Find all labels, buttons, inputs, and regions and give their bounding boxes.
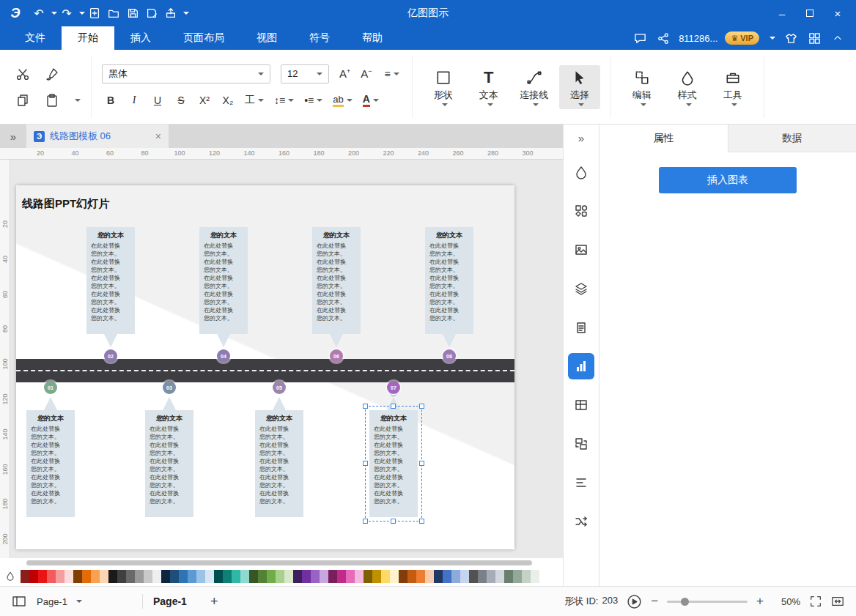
tab-properties[interactable]: 属性: [599, 125, 728, 152]
timeline-marker-08[interactable]: 08: [443, 349, 456, 363]
color-swatch[interactable]: [196, 570, 205, 583]
timeline-marker-07[interactable]: 07: [387, 381, 400, 394]
select-tool[interactable]: 选择: [559, 65, 600, 109]
color-swatch[interactable]: [531, 570, 539, 583]
redo-dropdown-icon[interactable]: [79, 12, 85, 15]
expand-left-panel-button[interactable]: »: [0, 125, 26, 148]
add-page-button[interactable]: +: [210, 594, 218, 609]
color-swatch[interactable]: [179, 570, 188, 583]
color-swatch[interactable]: [82, 570, 91, 583]
color-swatch[interactable]: [451, 570, 460, 583]
color-swatch[interactable]: [108, 570, 117, 583]
color-swatch[interactable]: [126, 570, 135, 583]
scrollbar-thumb[interactable]: [26, 560, 532, 565]
selection-handle-n[interactable]: [391, 404, 396, 409]
edit-tool[interactable]: 编辑: [621, 65, 663, 109]
color-swatch[interactable]: [47, 570, 56, 583]
color-swatch[interactable]: [188, 570, 196, 583]
cut-button[interactable]: [13, 64, 32, 84]
color-swatch[interactable]: [258, 570, 267, 583]
export-button[interactable]: [161, 4, 180, 23]
color-swatch[interactable]: [346, 570, 355, 583]
timeline-marker-05[interactable]: 05: [273, 381, 286, 394]
notes-icon[interactable]: [568, 314, 594, 341]
color-swatch[interactable]: [434, 570, 443, 583]
menu-item-符号[interactable]: 符号: [293, 26, 346, 50]
color-swatch[interactable]: [407, 570, 416, 583]
maximize-button[interactable]: [797, 3, 822, 23]
timeline-road[interactable]: [16, 359, 514, 382]
new-file-button[interactable]: [85, 4, 104, 23]
color-swatch[interactable]: [478, 570, 487, 583]
subscript-button[interactable]: X₂: [219, 91, 237, 110]
font-color-button[interactable]: A: [361, 91, 381, 110]
vip-dropdown-icon[interactable]: [770, 37, 775, 40]
fill-style-icon[interactable]: [568, 159, 594, 185]
color-swatch[interactable]: [240, 570, 249, 583]
selection-handle-s[interactable]: [391, 519, 396, 524]
menu-item-帮助[interactable]: 帮助: [346, 26, 399, 50]
text-orientation-button[interactable]: 工: [243, 91, 266, 110]
color-swatch[interactable]: [416, 570, 425, 583]
color-swatch[interactable]: [443, 570, 451, 583]
color-swatch[interactable]: [38, 570, 47, 583]
color-swatch[interactable]: [144, 570, 152, 583]
replace-shape-icon[interactable]: [568, 431, 594, 457]
color-swatch[interactable]: [469, 570, 478, 583]
color-swatch[interactable]: [381, 570, 390, 583]
timeline-textbox-02[interactable]: 您的文本在此处替换 您的文本。 在此处替换 您的文本。 在此处替换 您的文本。 …: [86, 227, 135, 334]
shape-tool[interactable]: 形状: [423, 65, 464, 109]
color-swatch[interactable]: [399, 570, 407, 583]
timeline-textbox-03[interactable]: 您的文本在此处替换 您的文本。 在此处替换 您的文本。 在此处替换 您的文本。 …: [145, 410, 193, 517]
copy-button[interactable]: [13, 91, 32, 110]
tab-data[interactable]: 数据: [728, 125, 856, 152]
color-swatch[interactable]: [460, 570, 469, 583]
color-swatch[interactable]: [364, 570, 372, 583]
style-tool[interactable]: 样式: [667, 65, 708, 109]
color-swatch[interactable]: [73, 570, 82, 583]
color-swatch[interactable]: [328, 570, 337, 583]
zoom-slider-thumb[interactable]: [681, 598, 689, 606]
canvas[interactable]: 20406080100120140160180200 线路图PPT幻灯片 02您…: [0, 160, 563, 558]
zoom-in-button[interactable]: +: [756, 594, 764, 609]
document-tab[interactable]: Э 线路图模板 06 ×: [26, 125, 169, 148]
apps-grid-icon[interactable]: [806, 30, 822, 46]
bullet-list-button[interactable]: •≡: [302, 91, 325, 110]
fit-to-window-icon[interactable]: [831, 595, 844, 608]
page-tab[interactable]: Page-1: [153, 595, 187, 607]
more-tools-dropdown-icon[interactable]: [183, 12, 189, 15]
page-select[interactable]: Page-1: [37, 596, 132, 607]
format-painter-button[interactable]: [43, 64, 62, 84]
timeline-textbox-01[interactable]: 您的文本在此处替换 您的文本。 在此处替换 您的文本。 在此处替换 您的文本。 …: [26, 410, 75, 517]
collapse-ribbon-icon[interactable]: [830, 30, 846, 46]
layers-icon[interactable]: [568, 275, 594, 302]
menu-item-插入[interactable]: 插入: [114, 26, 167, 50]
insert-chart-button[interactable]: 插入图表: [659, 167, 797, 193]
feedback-icon[interactable]: [632, 30, 648, 46]
color-swatch[interactable]: [302, 570, 311, 583]
connector-tool[interactable]: 连接线: [514, 65, 555, 109]
bold-button[interactable]: B: [102, 91, 119, 110]
color-swatch[interactable]: [232, 570, 240, 583]
color-swatch[interactable]: [205, 570, 214, 583]
color-swatch[interactable]: [214, 570, 223, 583]
utility-tool[interactable]: 工具: [712, 65, 753, 109]
color-swatch[interactable]: [293, 570, 302, 583]
paste-button[interactable]: [43, 91, 62, 110]
color-swatch[interactable]: [64, 570, 73, 583]
fullscreen-icon[interactable]: [809, 595, 822, 608]
zoom-slider[interactable]: [667, 601, 748, 603]
increase-font-button[interactable]: A+: [339, 67, 350, 80]
color-swatch[interactable]: [337, 570, 346, 583]
selection-handle-nw[interactable]: [363, 404, 368, 409]
align-icon[interactable]: [568, 470, 594, 496]
color-swatch[interactable]: [372, 570, 381, 583]
superscript-button[interactable]: X²: [196, 91, 213, 110]
color-swatch[interactable]: [522, 570, 531, 583]
save-button[interactable]: [123, 4, 142, 23]
selection-handle-w[interactable]: [363, 461, 368, 466]
color-swatch[interactable]: [320, 570, 328, 583]
highlight-button[interactable]: ab: [331, 91, 354, 110]
timeline-textbox-08[interactable]: 您的文本在此处替换 您的文本。 在此处替换 您的文本。 在此处替换 您的文本。 …: [425, 227, 473, 334]
color-swatch[interactable]: [513, 570, 522, 583]
